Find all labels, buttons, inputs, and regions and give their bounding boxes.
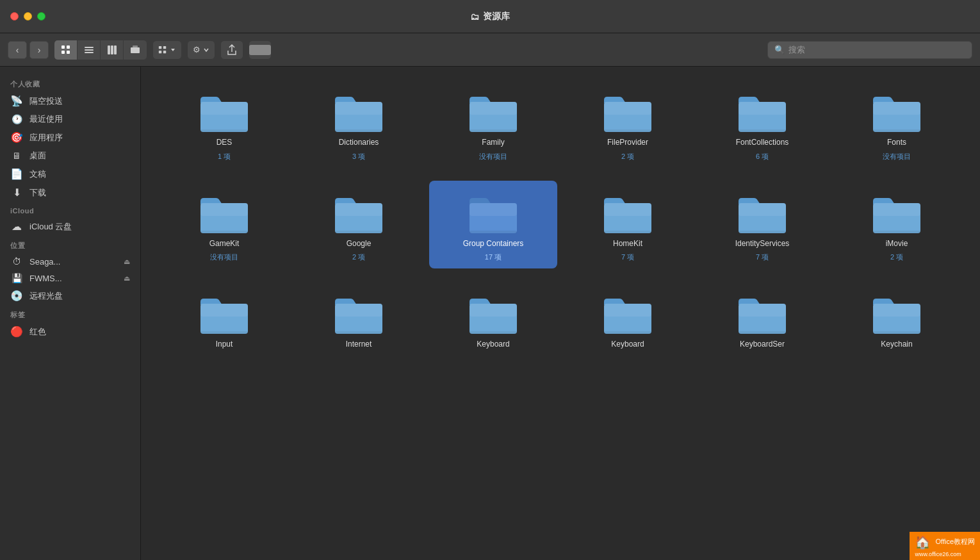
svg-rect-14: [159, 50, 161, 53]
folder-item-imovie[interactable]: iMovie2 项: [833, 181, 961, 269]
svg-rect-65: [739, 304, 786, 317]
folder-name-groupcontainers: Group Containers: [463, 239, 524, 249]
folder-item-des[interactable]: DES1 项: [160, 79, 288, 168]
folder-count-fileprovider: 2 项: [621, 152, 634, 161]
folder-name-input: Input: [216, 340, 233, 350]
folder-item-keyboard2[interactable]: Keyboard: [564, 281, 692, 356]
search-box[interactable]: 🔍: [767, 41, 972, 59]
svg-rect-56: [335, 304, 382, 317]
svg-rect-45: [604, 231, 651, 233]
folder-count-fonts: 没有项目: [883, 152, 911, 161]
folder-item-keyboard[interactable]: Keyboard: [429, 281, 557, 356]
view-list-button[interactable]: [78, 40, 101, 60]
tag-button[interactable]: [249, 40, 272, 60]
svg-rect-12: [159, 45, 161, 48]
sidebar-item-dvd[interactable]: 💿 远程光盘: [0, 286, 140, 305]
svg-rect-8: [111, 45, 113, 54]
red-tag-icon: 🔴: [10, 325, 23, 338]
folder-name-keyboard2: Keyboard: [611, 340, 644, 350]
folder-item-groupcontainers[interactable]: Group Containers17 项: [429, 181, 557, 269]
svg-rect-42: [470, 231, 517, 233]
fwms-eject-icon[interactable]: ⏏: [124, 274, 130, 283]
svg-rect-17: [200, 102, 248, 115]
folder-icon-keyboard2: [599, 288, 657, 336]
sidebar-label-desktop: 桌面: [29, 150, 130, 161]
folder-item-fontcollections[interactable]: FontCollections6 项: [698, 79, 826, 168]
watermark-url: www.office26.com: [915, 551, 961, 557]
folder-item-keychain[interactable]: Keychain: [833, 281, 961, 356]
fwms-icon: 💾: [10, 273, 23, 283]
folder-icon-keyboardser: [733, 288, 791, 336]
icloud-section-title: iCloud: [0, 202, 140, 217]
sidebar-item-desktop[interactable]: 🖥 桌面: [0, 147, 140, 165]
share-button[interactable]: [220, 40, 243, 60]
svg-rect-66: [739, 331, 786, 334]
svg-rect-62: [604, 304, 651, 317]
sidebar-item-seagate[interactable]: ⏱ Seaga... ⏏: [0, 253, 140, 270]
view-buttons: [54, 40, 147, 60]
sidebar-item-red-tag[interactable]: 🔴 红色: [0, 322, 140, 341]
toolbar: ‹ ›: [0, 33, 980, 67]
search-input[interactable]: [788, 45, 965, 54]
search-icon: 🔍: [774, 45, 785, 54]
folder-item-input[interactable]: Input: [160, 281, 288, 356]
view-cover-button[interactable]: [124, 40, 147, 60]
sidebar-item-airdrop[interactable]: 📡 隔空投送: [0, 92, 140, 110]
svg-rect-10: [131, 47, 140, 53]
sidebar-label-docs: 文稿: [29, 169, 130, 180]
folder-icon-internet: [330, 288, 388, 336]
svg-rect-24: [470, 129, 517, 132]
folder-item-identityservices[interactable]: IdentityServices7 项: [698, 181, 826, 269]
folder-item-internet[interactable]: Internet: [295, 281, 423, 356]
folder-icon-des: [195, 86, 253, 134]
folder-item-homekit[interactable]: HomeKit7 项: [564, 181, 692, 269]
folder-item-fonts[interactable]: Fonts没有项目: [833, 79, 961, 168]
minimize-button[interactable]: [24, 12, 32, 21]
folder-icon-fontcollections: [733, 86, 791, 134]
folder-item-fileprovider[interactable]: FileProvider2 项: [564, 79, 692, 168]
svg-rect-26: [604, 102, 651, 115]
svg-rect-44: [604, 203, 651, 216]
traffic-lights: [10, 12, 45, 21]
actions-button[interactable]: ⚙: [187, 40, 215, 60]
folder-name-family: Family: [482, 138, 504, 148]
forward-button[interactable]: ›: [29, 41, 49, 59]
svg-rect-4: [85, 47, 94, 48]
folder-item-family[interactable]: Family没有项目: [429, 79, 557, 168]
folder-name-fontcollections: FontCollections: [736, 138, 789, 148]
view-icon-button[interactable]: [54, 40, 78, 60]
svg-rect-57: [335, 331, 382, 334]
svg-rect-32: [873, 102, 920, 115]
folder-item-keyboardser[interactable]: KeyboardSer: [698, 281, 826, 356]
svg-rect-18: [200, 129, 248, 132]
svg-rect-7: [108, 45, 110, 54]
sidebar-item-apps[interactable]: 🎯 应用程序: [0, 128, 140, 147]
sidebar-label-red-tag: 红色: [29, 326, 130, 338]
sidebar-item-downloads[interactable]: ⬇ 下载: [0, 183, 140, 202]
sidebar-item-recents[interactable]: 🕐 最近使用: [0, 110, 140, 128]
folder-item-gamekit[interactable]: GameKit没有项目: [160, 181, 288, 269]
seagate-eject-icon[interactable]: ⏏: [124, 258, 130, 266]
folder-item-google[interactable]: Google2 项: [295, 181, 423, 269]
sidebar-item-docs[interactable]: 📄 文稿: [0, 165, 140, 183]
folder-name-keychain: Keychain: [881, 340, 912, 350]
close-button[interactable]: [10, 12, 19, 21]
back-button[interactable]: ‹: [8, 41, 27, 59]
window-title: 🗂 资源库: [470, 11, 510, 22]
folder-name-google: Google: [347, 239, 372, 249]
folder-count-groupcontainers: 17 项: [485, 252, 502, 262]
seagate-icon: ⏱: [10, 256, 23, 267]
apps-icon: 🎯: [10, 131, 23, 144]
sidebar-item-icloud[interactable]: ☁ iCloud 云盘: [0, 217, 140, 236]
fullscreen-button[interactable]: [37, 12, 45, 21]
view-options-dropdown[interactable]: [152, 40, 182, 60]
svg-rect-6: [85, 52, 94, 53]
sidebar-label-dvd: 远程光盘: [29, 290, 130, 302]
view-column-button[interactable]: [101, 40, 124, 60]
folder-item-dictionaries[interactable]: Dictionaries3 项: [295, 79, 423, 168]
sidebar: 个人收藏 📡 隔空投送 🕐 最近使用 🎯 应用程序 🖥 桌面 📄 文稿 ⬇ 下载…: [0, 67, 141, 560]
folder-count-imovie: 2 项: [890, 252, 903, 262]
sidebar-item-fwms[interactable]: 💾 FWMS... ⏏: [0, 270, 140, 286]
folder-name-fileprovider: FileProvider: [607, 138, 648, 148]
folder-count-family: 没有项目: [479, 152, 507, 161]
